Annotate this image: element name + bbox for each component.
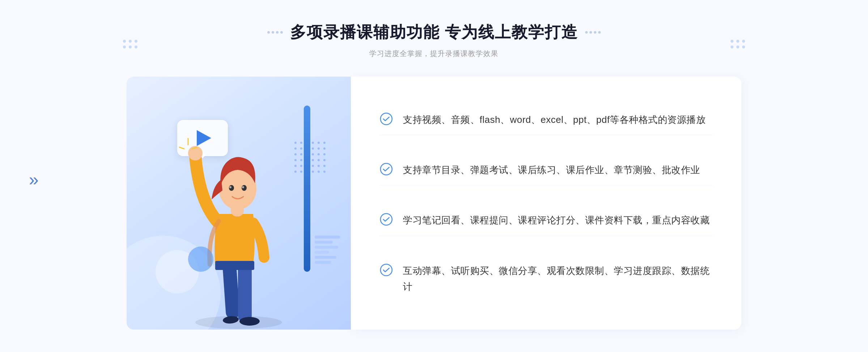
decorative-dots-tr xyxy=(731,40,745,48)
features-panel: 支持视频、音频、flash、word、excel、ppt、pdf等各种格式的资源… xyxy=(351,77,741,330)
person-figure xyxy=(177,127,300,330)
title-row: 多项录播课辅助功能 专为线上教学打造 xyxy=(267,22,601,43)
decorative-dots-tl xyxy=(123,40,137,48)
page-title: 多项录播课辅助功能 专为线上教学打造 xyxy=(290,22,578,43)
check-icon-3 xyxy=(380,213,393,226)
illus-lines xyxy=(315,236,340,265)
check-icon-4 xyxy=(380,263,393,276)
illustration-panel xyxy=(127,77,351,330)
header-section: 多项录播课辅助功能 专为线上教学打造 学习进度全掌握，提升录播课教学效果 xyxy=(267,22,601,59)
page-wrapper: 多项录播课辅助功能 专为线上教学打造 学习进度全掌握，提升录播课教学效果 » xyxy=(0,0,868,352)
figure-container xyxy=(156,120,293,330)
svg-point-19 xyxy=(380,264,392,276)
check-icon-1 xyxy=(380,112,393,125)
feature-text-1: 支持视频、音频、flash、word、excel、ppt、pdf等各种格式的资源… xyxy=(403,112,706,128)
svg-point-12 xyxy=(242,186,244,188)
svg-point-11 xyxy=(229,186,231,188)
title-dots-left xyxy=(267,31,283,34)
svg-point-16 xyxy=(380,113,392,125)
svg-line-14 xyxy=(179,147,184,149)
svg-rect-2 xyxy=(238,261,252,322)
feature-text-2: 支持章节目录、弹题考试、课后练习、课后作业、章节测验、批改作业 xyxy=(403,162,700,178)
blue-vertical-bar xyxy=(304,106,310,272)
title-dots-right xyxy=(585,31,601,34)
feature-item-2: 支持章节目录、弹题考试、课后练习、课后作业、章节测验、批改作业 xyxy=(380,155,712,185)
feature-item-1: 支持视频、音频、flash、word、excel、ppt、pdf等各种格式的资源… xyxy=(380,104,712,135)
check-icon-2 xyxy=(380,163,393,176)
svg-point-17 xyxy=(380,163,392,175)
content-area: 支持视频、音频、flash、word、excel、ppt、pdf等各种格式的资源… xyxy=(127,77,741,330)
left-chevron-icon[interactable]: » xyxy=(29,169,39,189)
feature-text-4: 互动弹幕、试听购买、微信分享、观看次数限制、学习进度跟踪、数据统计 xyxy=(403,263,712,295)
illus-blue-circle xyxy=(188,246,213,272)
svg-point-18 xyxy=(380,214,392,225)
feature-item-3: 学习笔记回看、课程提问、课程评论打分、课件资料下载，重点内容收藏 xyxy=(380,205,712,236)
feature-text-3: 学习笔记回看、课程提问、课程评论打分、课件资料下载，重点内容收藏 xyxy=(403,212,710,228)
svg-point-3 xyxy=(239,317,260,326)
page-subtitle: 学习进度全掌握，提升录播课教学效果 xyxy=(267,49,601,59)
svg-rect-5 xyxy=(215,261,254,270)
feature-item-4: 互动弹幕、试听购买、微信分享、观看次数限制、学习进度跟踪、数据统计 xyxy=(380,256,712,302)
